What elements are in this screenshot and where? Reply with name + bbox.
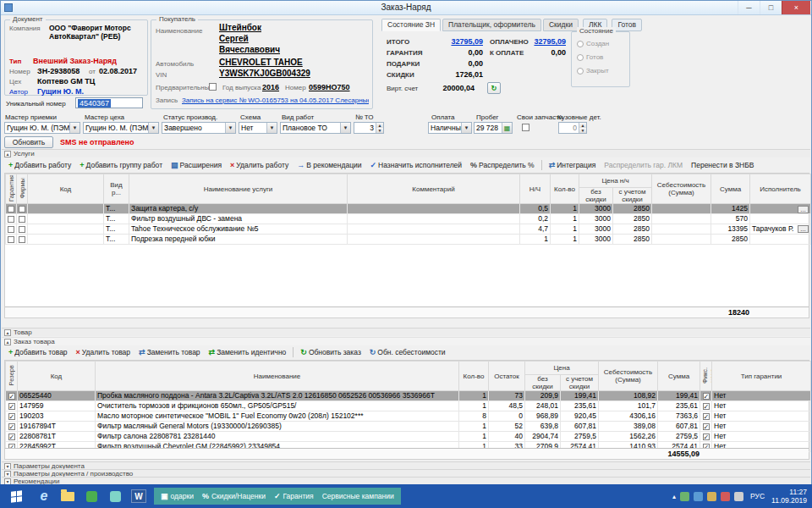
fix-price-checkbox[interactable] <box>703 393 710 400</box>
replace-item-button[interactable]: ⇄Заменить товар <box>134 346 205 358</box>
replace-identical-button[interactable]: ⇄Заменить идентично <box>205 346 291 358</box>
collapse-icon[interactable]: ▴ <box>4 151 11 157</box>
services-section-bar[interactable]: ▴ Услуги <box>2 149 810 157</box>
reserve-checkbox[interactable] <box>8 403 15 410</box>
executor-picker-button[interactable]: … <box>798 206 809 213</box>
firm-checkbox[interactable] <box>19 206 25 213</box>
tray-icon[interactable] <box>680 492 689 501</box>
reserve-checkbox[interactable] <box>8 433 15 440</box>
col-reserve[interactable]: Резерв <box>6 362 18 391</box>
statusbar-item[interactable]: ▣одарки <box>161 492 194 500</box>
tab-discounts[interactable]: Скидки <box>543 19 579 31</box>
preliminary-checkbox[interactable] <box>209 83 217 91</box>
goods-section-bar[interactable]: ▴ Товар <box>2 328 810 336</box>
service-row[interactable]: Т...Подрезка передней юбки11300028502850 <box>6 235 811 245</box>
col-price[interactable]: без скидки <box>525 375 561 391</box>
radio-closed[interactable]: Закрыт <box>577 67 609 75</box>
close-button[interactable]: × <box>782 1 810 14</box>
warranty-checkbox[interactable] <box>8 236 14 243</box>
col-price-disc[interactable]: с учетом скидки <box>561 375 599 391</box>
col-cost[interactable]: Себестоимость (Сумма) <box>599 362 658 391</box>
collapse-icon[interactable]: ▴ <box>4 329 11 336</box>
tab-payer[interactable]: Плательщик, оформитель <box>442 19 541 31</box>
col-sum[interactable]: Сумма <box>658 362 700 391</box>
statusbar-item[interactable]: %Скидки/Наценки <box>202 492 266 500</box>
distribute-lkm-button[interactable]: Распределить гар. ЛКМ <box>600 159 687 171</box>
col-nh[interactable]: Н/Ч <box>520 174 551 204</box>
fix-price-checkbox[interactable] <box>703 423 710 430</box>
tray-icon[interactable] <box>707 492 716 501</box>
body-parts-stepper[interactable]: 0▲▼ <box>558 122 587 134</box>
word-icon[interactable]: W <box>127 484 151 508</box>
titlebar[interactable]: Заказ-Наряд ─ □ × <box>1 1 811 15</box>
col-kind[interactable]: Вид р... <box>104 174 129 204</box>
goods-order-bar[interactable]: ▴ Заказ товара <box>2 337 810 345</box>
unique-number-input[interactable]: 4540367 <box>75 97 143 108</box>
own-parts-checkbox[interactable] <box>522 124 529 131</box>
goods-row[interactable]: 147959Очиститель тормозов и фрикционов 6… <box>6 401 811 411</box>
col-qty[interactable]: Кол-во <box>551 174 579 204</box>
goods-row[interactable]: 19167894ТФильтр масляный General Motors … <box>6 422 811 432</box>
col-fix-price[interactable]: Фикс. цена <box>700 362 712 391</box>
integration-button[interactable]: ⇄Интеграция <box>545 159 601 171</box>
goods-row[interactable]: 190203Масло моторное синтетическое "MOBI… <box>6 411 811 422</box>
work-type-select[interactable]: Плановое ТО▼ <box>280 122 351 134</box>
fix-price-checkbox[interactable] <box>703 413 710 420</box>
virt-refresh-button[interactable]: ↻ <box>487 82 501 94</box>
itogo-value[interactable]: 32795,09 <box>424 37 483 46</box>
file-explorer-icon[interactable] <box>56 484 80 508</box>
paid-value[interactable]: 32795,09 <box>527 37 566 46</box>
col-stock[interactable]: Остаток <box>489 362 525 391</box>
executor-picker-button[interactable]: … <box>798 225 809 233</box>
ie-icon[interactable]: e <box>32 484 56 508</box>
master-in-select[interactable]: Гущин Ю. М. (ПЭМ-2)▼ <box>4 122 80 134</box>
grid-picker-icon[interactable]: ▦ <box>502 123 512 133</box>
fix-price-checkbox[interactable] <box>703 403 710 410</box>
firm-checkbox[interactable] <box>19 226 25 233</box>
to-recommendations-button[interactable]: →В рекомендации <box>293 159 365 171</box>
tray-icon[interactable] <box>734 492 743 501</box>
reserve-checkbox[interactable] <box>8 393 15 400</box>
mileage-input[interactable]: 29 728▦ <box>474 122 513 134</box>
delete-item-button[interactable]: ×Удалить товар <box>72 346 134 358</box>
clock[interactable]: 11:27 11.09.2019 <box>771 488 807 505</box>
add-work-button[interactable]: +Добавить работу <box>4 159 75 171</box>
refresh-button[interactable]: Обновить <box>4 136 53 148</box>
hidden-icons-arrow[interactable]: ▴ <box>672 493 676 500</box>
app-icon-green[interactable] <box>80 484 103 508</box>
tab-state[interactable]: Состояние ЗН <box>381 19 441 31</box>
stepper-arrows-icon[interactable]: ▲▼ <box>376 123 383 133</box>
service-record-link[interactable]: Запись на сервис № WO-0165753 на 04.05.2… <box>182 97 369 104</box>
maximize-button[interactable]: □ <box>760 1 782 14</box>
col-sum[interactable]: Сумма <box>711 174 750 204</box>
tab-ready[interactable]: Готов <box>612 19 642 31</box>
reserve-checkbox[interactable] <box>8 423 15 430</box>
col-warranty[interactable]: Гарантия <box>6 174 17 204</box>
start-button[interactable] <box>0 484 32 508</box>
col-warranty-type[interactable]: Тип гарантии <box>712 362 811 391</box>
col-firms[interactable]: Фирмы <box>17 174 28 204</box>
col-code[interactable]: Код <box>18 362 96 391</box>
col-service-name[interactable]: Наименование услуги <box>129 174 348 204</box>
car-value[interactable]: CHEVROLET TAHOE <box>219 58 303 67</box>
app-icon-teal[interactable] <box>103 484 127 508</box>
extensions-button[interactable]: ▤Расширения <box>167 159 226 171</box>
col-item-name[interactable]: Наименование <box>96 362 459 391</box>
firm-checkbox[interactable] <box>19 236 25 243</box>
scheme-select[interactable]: Нет▼ <box>239 122 277 134</box>
minimize-button[interactable]: ─ <box>738 1 760 14</box>
warranty-checkbox[interactable] <box>8 206 14 213</box>
radio-ready[interactable]: Готов <box>577 53 603 61</box>
assign-executors-button[interactable]: ✓Назначить исполнителей <box>366 159 467 171</box>
fix-price-checkbox[interactable] <box>703 433 710 440</box>
col-executor[interactable]: Исполнитель <box>750 174 811 204</box>
radio-created[interactable]: Создан <box>577 40 609 47</box>
statusbar-item[interactable]: ✓Гарантия <box>274 492 314 500</box>
service-row[interactable]: Т...Tahoe Техническое обслуживание №54,7… <box>6 224 811 235</box>
col-price[interactable]: без скидки <box>579 188 613 204</box>
tray-icon[interactable] <box>721 492 730 501</box>
delete-work-button[interactable]: ×Удалить работу <box>226 159 293 171</box>
stepper-arrows-icon[interactable]: ▲▼ <box>579 123 586 133</box>
transfer-znbv-button[interactable]: Перенести в ЗНБВ <box>687 159 758 171</box>
service-row[interactable]: Т...Фильтр воздушный ДВС - замена0,21300… <box>6 214 811 224</box>
